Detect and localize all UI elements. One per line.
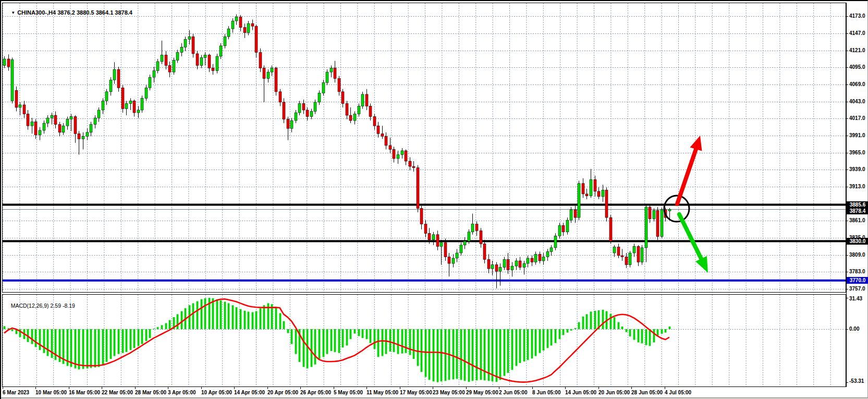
price-axis-label: 4017.0 xyxy=(849,115,865,121)
ohlc-high: 3880.5 xyxy=(77,9,94,16)
price-axis-label: 4173.0 xyxy=(849,13,865,19)
chart-window: ▼CHINA300-,H4 3876.2 3880.5 3864.1 3878.… xyxy=(0,0,868,399)
chevron-down-icon[interactable]: ▼ xyxy=(11,10,15,15)
price-axis-label: 3991.0 xyxy=(849,132,865,138)
time-axis-label: 17 May 05:00 xyxy=(400,390,432,395)
time-axis-label: 20 Jun 05:00 xyxy=(598,390,630,395)
price-axis-label: 3965.0 xyxy=(849,150,865,155)
macd-main-value: 2.59 xyxy=(51,303,61,309)
time-axis-label: 14 Jun 05:00 xyxy=(565,390,596,395)
price-axis-label: 3757.0 xyxy=(849,286,865,292)
macd-axis-label: -53.31 xyxy=(849,378,864,384)
ohlc-open: 3876.2 xyxy=(57,9,75,16)
time-axis-label: 14 Apr 05:00 xyxy=(234,390,265,395)
ohlc-close: 3878.4 xyxy=(115,9,132,16)
macd-signal-value: -8.19 xyxy=(63,303,75,309)
symbol-title: CHINA300-,H4 xyxy=(17,9,56,16)
time-axis-label: 28 Mar 05:00 xyxy=(135,390,166,395)
current-price-badge: 3878.4 xyxy=(847,208,868,214)
time-axis-label: 5 May 05:00 xyxy=(334,390,363,395)
price-axis-label: 4147.0 xyxy=(849,30,865,36)
macd-axis-label: 31.43 xyxy=(849,296,862,301)
time-axis-label: 2 Jun 05:00 xyxy=(499,390,527,395)
macd-indicator-label: MACD(12,26,9) 2.59 -8.19 xyxy=(5,296,75,315)
symbol-header: ▼CHINA300-,H4 3876.2 3880.5 3864.1 3878.… xyxy=(5,3,132,22)
time-axis-label: 4 Jul 05:00 xyxy=(665,390,691,395)
time-axis-label: 16 Mar 05:00 xyxy=(69,390,100,395)
price-axis-label: 3783.0 xyxy=(849,269,865,274)
time-axis-label: 3 Apr 05:00 xyxy=(168,390,196,395)
level-price-badge: 3885.6 xyxy=(847,201,868,208)
time-axis-label: 11 May 05:00 xyxy=(366,390,398,395)
time-axis-label: 22 Mar 05:00 xyxy=(102,390,133,395)
time-axis-label: 26 Apr 05:00 xyxy=(300,390,331,395)
level-price-badge: 3770.0 xyxy=(847,277,868,284)
time-axis-label: 10 Apr 05:00 xyxy=(201,390,232,395)
price-axis-label: 3809.0 xyxy=(849,252,865,258)
time-axis-label: 10 Mar 05:00 xyxy=(35,390,67,395)
time-axis-label: 28 Jun 05:00 xyxy=(631,390,663,395)
time-axis-label: 6 Mar 2023 xyxy=(3,390,29,395)
time-axis-label: 23 May 05:00 xyxy=(433,390,465,395)
price-axis-label: 4069.0 xyxy=(849,81,865,87)
price-axis-label: 4043.0 xyxy=(849,99,865,104)
price-axis-label: 4095.0 xyxy=(849,64,865,70)
axis-labels-layer: 4173.04147.04121.04095.04069.04043.04017… xyxy=(1,1,867,399)
price-axis-label: 3939.0 xyxy=(849,166,865,172)
macd-axis-label: 0.00 xyxy=(849,326,859,332)
time-axis-label: 20 Apr 05:00 xyxy=(267,390,298,395)
price-axis-label: 3861.0 xyxy=(849,217,865,223)
time-axis-label: 8 Jun 05:00 xyxy=(532,390,560,395)
ohlc-low: 3864.1 xyxy=(96,9,114,16)
time-axis-label: 29 May 05:00 xyxy=(466,390,498,395)
price-axis-label: 3913.0 xyxy=(849,184,865,189)
level-price-badge: 3830.0 xyxy=(847,238,868,245)
macd-name: MACD(12,26,9) xyxy=(11,303,49,309)
price-axis-label: 4121.0 xyxy=(849,47,865,53)
